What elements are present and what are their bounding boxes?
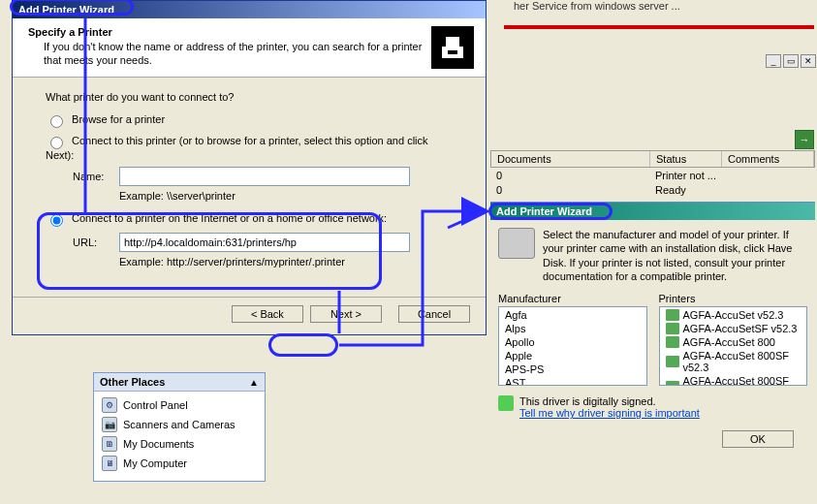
- link-label: Control Panel: [123, 399, 188, 411]
- radio-browse-label: Browse for a printer: [72, 113, 165, 125]
- list-item[interactable]: AGFA-AccuSet v52.3: [660, 308, 807, 322]
- list-item[interactable]: APS-PS: [499, 362, 646, 376]
- add-printer-driver-wizard: Add Printer Wizard Select the manufactur…: [490, 202, 815, 456]
- minimize-button[interactable]: _: [766, 54, 781, 68]
- close-button[interactable]: ✕: [801, 54, 816, 68]
- name-example: Example: \\server\printer: [119, 190, 458, 202]
- toolbar-separator: [504, 25, 814, 29]
- wizard2-titlebar: Add Printer Wizard: [490, 203, 815, 220]
- go-button[interactable]: →: [795, 130, 814, 149]
- printer-header-icon: [431, 26, 474, 69]
- printer-list-row[interactable]: 0 Ready: [490, 183, 815, 197]
- manufacturer-listbox[interactable]: Agfa Alps Apollo Apple APS-PS AST: [498, 306, 647, 386]
- other-places-panel: Other Places ▲ ⚙ Control Panel 📷 Scanner…: [93, 372, 266, 482]
- driver-signing-link[interactable]: Tell me why driver signing is important: [519, 407, 700, 419]
- ok-button[interactable]: OK: [722, 430, 794, 448]
- link-label: Scanners and Cameras: [123, 419, 236, 430]
- driver-icon: [666, 309, 679, 321]
- link-label: My Documents: [123, 438, 194, 450]
- documents-icon: 🗎: [102, 436, 117, 452]
- control-panel-icon: ⚙: [102, 397, 117, 413]
- driver-icon: [666, 336, 679, 348]
- url-input[interactable]: [119, 233, 410, 252]
- cell-status: Ready: [655, 184, 752, 196]
- window-controls: _ ▭ ✕: [766, 54, 816, 68]
- cancel-button[interactable]: Cancel: [398, 305, 470, 323]
- list-item[interactable]: AGFA-AccuSet 800SF v2013: [660, 374, 807, 386]
- cell-status: Printer not ...: [655, 170, 752, 181]
- list-item[interactable]: AST: [499, 376, 646, 386]
- signed-icon: [498, 395, 514, 411]
- other-places-item[interactable]: 🗎 My Documents: [102, 434, 257, 454]
- radio-internet[interactable]: [50, 214, 63, 227]
- list-column-headers: Documents Status Comments: [490, 150, 815, 168]
- next-button[interactable]: Next >: [310, 305, 382, 323]
- add-printer-wizard-dialog: Add Printer Wizard Specify a Printer If …: [12, 0, 487, 335]
- printers-listbox[interactable]: AGFA-AccuSet v52.3 AGFA-AccuSetSF v52.3 …: [659, 306, 808, 386]
- column-comments[interactable]: Comments: [722, 151, 814, 167]
- name-input[interactable]: [119, 167, 410, 186]
- list-item[interactable]: Apollo: [499, 335, 646, 349]
- printer-model-label: AGFA-AccuSetSF v52.3: [683, 323, 798, 334]
- radio-connect-label: Connect to this printer (or to browse fo…: [46, 135, 428, 161]
- wizard-header-sub: If you don't know the name or address of…: [44, 40, 431, 68]
- svg-rect-1: [446, 37, 459, 47]
- cell-documents: 0: [496, 170, 655, 181]
- wizard-prompt: What printer do you want to connect to?: [46, 91, 458, 103]
- background-window-title: her Service from windows server ...: [514, 0, 814, 12]
- name-label: Name:: [73, 171, 119, 182]
- list-item[interactable]: Agfa: [499, 308, 646, 322]
- cell-documents: 0: [496, 184, 655, 196]
- wizard-header-title: Specify a Printer: [28, 26, 431, 38]
- list-item[interactable]: AGFA-AccuSet 800: [660, 335, 807, 349]
- svg-rect-2: [448, 50, 457, 54]
- driver-icon: [666, 381, 679, 386]
- other-places-title: Other Places: [100, 376, 165, 388]
- url-label: URL:: [73, 236, 119, 248]
- wizard-titlebar: Add Printer Wizard: [13, 1, 486, 18]
- column-status[interactable]: Status: [650, 151, 722, 167]
- url-example: Example: http://server/printers/myprinte…: [119, 256, 458, 268]
- radio-internet-label: Connect to a printer on the Internet or …: [72, 212, 387, 224]
- annotation-next-highlight: [268, 333, 338, 357]
- printer-model-label: AGFA-AccuSet 800: [683, 336, 775, 348]
- printers-label: Printers: [659, 293, 808, 304]
- collapse-icon[interactable]: ▲: [249, 377, 259, 388]
- list-item[interactable]: AGFA-AccuSetSF v52.3: [660, 322, 807, 335]
- wizard2-subtext: Select the manufacturer and model of you…: [543, 228, 807, 283]
- manufacturer-label: Manufacturer: [498, 293, 647, 304]
- printer-list-row[interactable]: 0 Printer not ...: [490, 169, 815, 182]
- other-places-item[interactable]: ⚙ Control Panel: [102, 395, 257, 415]
- restore-button[interactable]: ▭: [783, 54, 799, 68]
- radio-connect[interactable]: [50, 137, 63, 149]
- signed-label: This driver is digitally signed.: [519, 395, 700, 407]
- printer-icon: [498, 228, 535, 259]
- list-item[interactable]: Alps: [499, 322, 646, 335]
- printer-model-label: AGFA-AccuSet v52.3: [683, 309, 784, 321]
- computer-icon: 🖥: [102, 456, 117, 471]
- list-item[interactable]: AGFA-AccuSet 800SF v52.3: [660, 349, 807, 374]
- link-label: My Computer: [123, 457, 187, 469]
- printer-model-label: AGFA-AccuSet 800SF v52.3: [683, 350, 801, 373]
- driver-icon: [666, 323, 679, 334]
- driver-icon: [666, 356, 679, 367]
- other-places-item[interactable]: 📷 Scanners and Cameras: [102, 415, 257, 434]
- back-button[interactable]: < Back: [232, 305, 303, 323]
- scanner-icon: 📷: [102, 417, 117, 432]
- printer-model-label: AGFA-AccuSet 800SF v2013: [683, 375, 801, 386]
- list-item[interactable]: Apple: [499, 349, 646, 362]
- radio-browse[interactable]: [50, 115, 63, 128]
- other-places-item[interactable]: 🖥 My Computer: [102, 454, 257, 473]
- column-documents[interactable]: Documents: [491, 151, 650, 167]
